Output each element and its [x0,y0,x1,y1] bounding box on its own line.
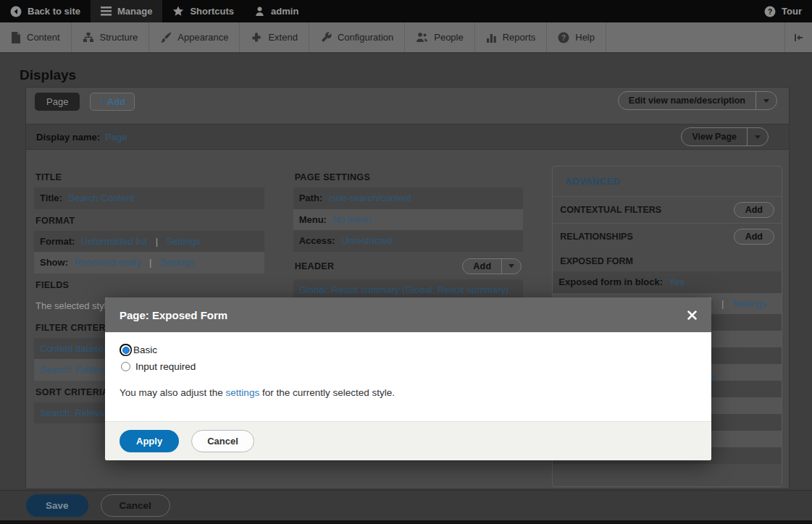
radio-option-input-required[interactable]: Input required [120,361,697,372]
dialog-body: Basic Input required You may also adjust… [105,332,711,412]
radio-option-basic[interactable]: Basic [120,344,697,356]
drupal-views-ui-page: Back to site Manage Shortcuts admin ? [0,0,812,524]
radio-unselected-icon[interactable] [121,362,130,371]
close-icon [687,310,697,320]
apply-button[interactable]: Apply [120,430,179,452]
dialog-cancel-button[interactable]: Cancel [191,430,254,452]
radio-dot [122,347,130,354]
dialog-buttonpane: Apply Cancel [105,421,711,460]
note-prefix: You may also adjust the [120,387,226,398]
radio-selected-icon[interactable] [120,344,132,356]
dialog-note: You may also adjust the settings for the… [120,387,697,398]
radio-basic-label: Basic [133,345,157,355]
note-suffix: for the currently selected style. [259,387,395,398]
exposed-form-dialog: Page: Exposed Form Basic Input required … [105,297,711,460]
settings-link[interactable]: settings [226,387,260,398]
dialog-titlebar[interactable]: Page: Exposed Form [105,297,711,332]
close-button[interactable] [687,310,697,320]
radio-input-required-label: Input required [135,361,196,372]
dialog-title: Page: Exposed Form [120,309,227,321]
